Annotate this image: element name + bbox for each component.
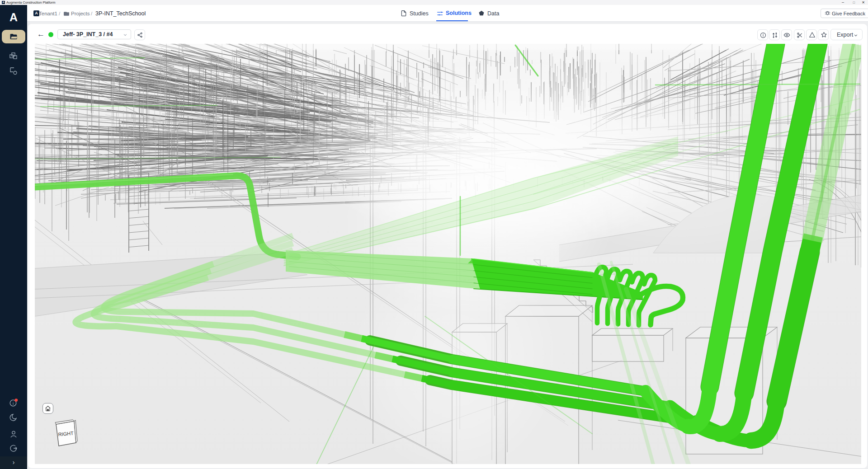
svg-text:i: i — [13, 401, 14, 406]
